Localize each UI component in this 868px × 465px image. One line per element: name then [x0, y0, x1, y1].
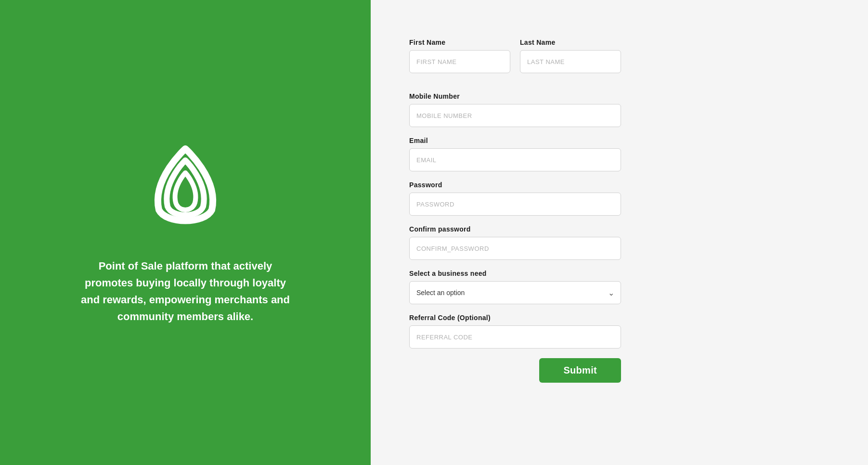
referral-group: Referral Code (Optional) [409, 314, 621, 349]
registration-form: First Name Last Name Mobile Number Email… [371, 0, 650, 421]
email-group: Email [409, 137, 621, 171]
email-label: Email [409, 137, 621, 144]
referral-input[interactable] [409, 325, 621, 349]
first-name-input[interactable] [409, 50, 510, 73]
referral-label: Referral Code (Optional) [409, 314, 621, 322]
left-panel: Point of Sale platform that actively pro… [0, 0, 371, 465]
confirm-password-input[interactable] [409, 237, 621, 260]
mobile-group: Mobile Number [409, 92, 621, 127]
logo-container [137, 140, 233, 238]
last-name-label: Last Name [520, 39, 621, 46]
password-group: Password [409, 181, 621, 216]
confirm-password-group: Confirm password [409, 225, 621, 260]
password-label: Password [409, 181, 621, 189]
first-name-label: First Name [409, 39, 510, 46]
last-name-group: Last Name [520, 39, 621, 73]
app-tagline: Point of Sale platform that actively pro… [75, 258, 296, 325]
mobile-input[interactable] [409, 104, 621, 127]
first-name-group: First Name [409, 39, 510, 73]
mobile-label: Mobile Number [409, 92, 621, 100]
business-need-label: Select a business need [409, 270, 621, 277]
app-logo-icon [137, 140, 233, 236]
confirm-password-label: Confirm password [409, 225, 621, 233]
business-need-select[interactable]: Select an option Merchant Community Memb… [409, 281, 621, 304]
right-panel[interactable]: First Name Last Name Mobile Number Email… [371, 0, 868, 465]
email-input[interactable] [409, 148, 621, 171]
business-need-group: Select a business need Select an option … [409, 270, 621, 304]
business-need-select-wrapper: Select an option Merchant Community Memb… [409, 281, 621, 304]
submit-button[interactable]: Submit [539, 358, 621, 383]
password-input[interactable] [409, 193, 621, 216]
last-name-input[interactable] [520, 50, 621, 73]
submit-row: Submit [409, 358, 621, 383]
name-row: First Name Last Name [409, 39, 621, 83]
